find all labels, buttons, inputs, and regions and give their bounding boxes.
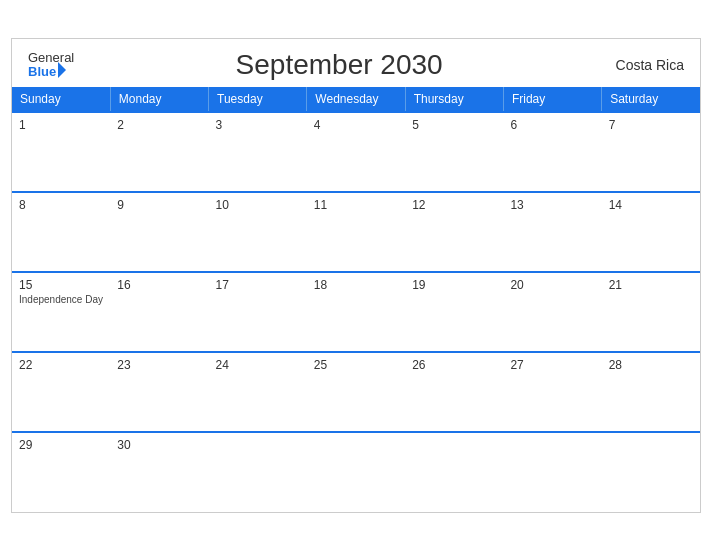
weekday-header-row: Sunday Monday Tuesday Wednesday Thursday… [12, 87, 700, 112]
day-number: 19 [412, 278, 496, 292]
day-number: 16 [117, 278, 201, 292]
col-saturday: Saturday [602, 87, 700, 112]
day-number: 13 [510, 198, 594, 212]
day-number: 21 [609, 278, 693, 292]
calendar-day-cell: 17 [209, 272, 307, 352]
calendar-week-row: 15Independence Day161718192021 [12, 272, 700, 352]
calendar-day-cell: 4 [307, 112, 405, 192]
calendar-day-cell: 19 [405, 272, 503, 352]
day-number: 18 [314, 278, 398, 292]
calendar-day-cell [405, 432, 503, 512]
day-number: 9 [117, 198, 201, 212]
calendar-day-cell: 13 [503, 192, 601, 272]
calendar-day-cell [307, 432, 405, 512]
calendar-day-cell: 14 [602, 192, 700, 272]
calendar-day-cell: 22 [12, 352, 110, 432]
calendar-day-cell: 10 [209, 192, 307, 272]
day-number: 25 [314, 358, 398, 372]
calendar-day-cell: 16 [110, 272, 208, 352]
calendar-week-row: 22232425262728 [12, 352, 700, 432]
col-friday: Friday [503, 87, 601, 112]
calendar-day-cell: 12 [405, 192, 503, 272]
day-number: 26 [412, 358, 496, 372]
calendar-day-cell: 18 [307, 272, 405, 352]
day-number: 4 [314, 118, 398, 132]
logo-blue-text: Blue [28, 64, 74, 78]
day-number: 11 [314, 198, 398, 212]
day-number: 1 [19, 118, 103, 132]
day-number: 15 [19, 278, 103, 292]
day-number: 3 [216, 118, 300, 132]
day-number: 28 [609, 358, 693, 372]
calendar-table: Sunday Monday Tuesday Wednesday Thursday… [12, 87, 700, 512]
day-number: 17 [216, 278, 300, 292]
calendar-day-cell: 24 [209, 352, 307, 432]
logo-triangle-icon [58, 62, 66, 78]
col-tuesday: Tuesday [209, 87, 307, 112]
day-number: 7 [609, 118, 693, 132]
calendar-day-cell: 15Independence Day [12, 272, 110, 352]
calendar-day-cell: 29 [12, 432, 110, 512]
calendar-day-cell: 26 [405, 352, 503, 432]
day-number: 22 [19, 358, 103, 372]
day-number: 30 [117, 438, 201, 452]
calendar-title: September 2030 [74, 49, 604, 81]
day-number: 14 [609, 198, 693, 212]
calendar-day-cell [209, 432, 307, 512]
calendar-day-cell: 7 [602, 112, 700, 192]
calendar-day-cell: 21 [602, 272, 700, 352]
day-number: 5 [412, 118, 496, 132]
day-number: 12 [412, 198, 496, 212]
calendar-day-cell: 2 [110, 112, 208, 192]
day-number: 2 [117, 118, 201, 132]
calendar-header: General Blue September 2030 Costa Rica [12, 39, 700, 87]
day-number: 23 [117, 358, 201, 372]
col-wednesday: Wednesday [307, 87, 405, 112]
calendar-week-row: 891011121314 [12, 192, 700, 272]
calendar-day-cell: 11 [307, 192, 405, 272]
calendar-day-cell: 6 [503, 112, 601, 192]
calendar-day-cell [602, 432, 700, 512]
calendar-week-row: 1234567 [12, 112, 700, 192]
country-label: Costa Rica [604, 57, 684, 73]
calendar-day-cell: 8 [12, 192, 110, 272]
calendar-day-cell: 30 [110, 432, 208, 512]
day-number: 20 [510, 278, 594, 292]
calendar-day-cell: 20 [503, 272, 601, 352]
day-number: 6 [510, 118, 594, 132]
calendar-day-cell: 1 [12, 112, 110, 192]
col-thursday: Thursday [405, 87, 503, 112]
day-number: 24 [216, 358, 300, 372]
calendar-day-cell: 3 [209, 112, 307, 192]
col-sunday: Sunday [12, 87, 110, 112]
calendar-day-cell: 5 [405, 112, 503, 192]
day-number: 8 [19, 198, 103, 212]
calendar-container: General Blue September 2030 Costa Rica S… [11, 38, 701, 513]
calendar-day-cell: 27 [503, 352, 601, 432]
day-number: 10 [216, 198, 300, 212]
col-monday: Monday [110, 87, 208, 112]
calendar-day-cell: 23 [110, 352, 208, 432]
holiday-label: Independence Day [19, 294, 103, 305]
logo-general-text: General [28, 51, 74, 64]
calendar-day-cell: 28 [602, 352, 700, 432]
day-number: 29 [19, 438, 103, 452]
day-number: 27 [510, 358, 594, 372]
logo: General Blue [28, 51, 74, 78]
calendar-day-cell: 25 [307, 352, 405, 432]
calendar-week-row: 2930 [12, 432, 700, 512]
calendar-day-cell [503, 432, 601, 512]
calendar-day-cell: 9 [110, 192, 208, 272]
